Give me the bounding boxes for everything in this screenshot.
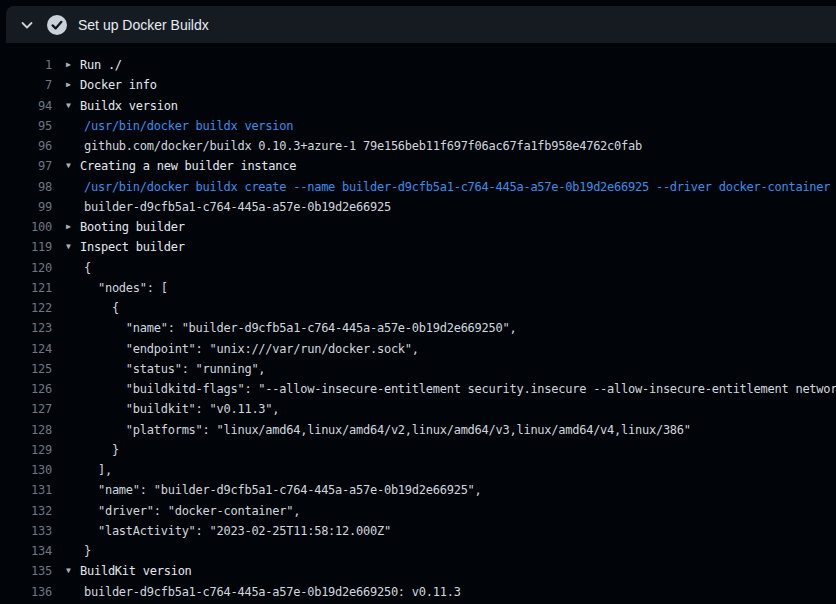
log-command-text: /usr/bin/docker buildx create --name bui… [84, 180, 830, 194]
log-line[interactable]: 135▼BuildKit version [0, 561, 836, 581]
log-line[interactable]: 94▼Buildx version [0, 96, 836, 116]
log-line: 122 { [0, 298, 836, 318]
log-line: 127 "buildkit": "v0.11.3", [0, 399, 836, 419]
log-output-text: "nodes": [ [84, 281, 168, 295]
log-output-text: "buildkit": "v0.11.3", [84, 402, 279, 416]
log-line: 131 "name": "builder-d9cfb5a1-c764-445a-… [0, 480, 836, 500]
log-output-text: { [84, 261, 91, 275]
group-collapsed-arrow-icon[interactable]: ▶ [66, 223, 76, 231]
log-group-label: Booting builder [80, 220, 185, 234]
log-output-text: "buildkitd-flags": "--allow-insecure-ent… [84, 382, 836, 396]
line-number[interactable]: 126 [0, 382, 52, 396]
log-line: 125 "status": "running", [0, 359, 836, 379]
line-number[interactable]: 100 [0, 220, 52, 234]
log-group-toggle[interactable]: ▶Run ./ [66, 58, 122, 72]
group-collapsed-arrow-icon[interactable]: ▶ [66, 81, 76, 89]
log-line: 98/usr/bin/docker buildx create --name b… [0, 177, 836, 197]
log-line: 136builder-d9cfb5a1-c764-445a-a57e-0b19d… [0, 582, 836, 602]
log-group-toggle[interactable]: ▼Buildx version [66, 99, 178, 113]
log-group-toggle[interactable]: ▼Inspect builder [66, 240, 185, 254]
line-number[interactable]: 130 [0, 463, 52, 477]
log-line[interactable]: 7▶Docker info [0, 75, 836, 95]
log-output-text: "platforms": "linux/amd64,linux/amd64/v2… [84, 423, 691, 437]
log-command-text: /usr/bin/docker buildx version [84, 119, 293, 133]
log-output-text: "name": "builder-d9cfb5a1-c764-445a-a57e… [84, 321, 516, 335]
log-output-text: builder-d9cfb5a1-c764-445a-a57e-0b19d2e6… [84, 200, 391, 214]
step-title: Set up Docker Buildx [78, 17, 209, 33]
line-number[interactable]: 121 [0, 281, 52, 295]
log-group-label: Buildx version [80, 99, 178, 113]
line-number[interactable]: 125 [0, 362, 52, 376]
step-header[interactable]: Set up Docker Buildx [6, 6, 836, 43]
log-group-label: Creating a new builder instance [80, 159, 296, 173]
log-output-text: ], [84, 463, 112, 477]
group-collapsed-arrow-icon[interactable]: ▶ [66, 61, 76, 69]
line-number[interactable]: 123 [0, 321, 52, 335]
log-line: 128 "platforms": "linux/amd64,linux/amd6… [0, 420, 836, 440]
line-number[interactable]: 119 [0, 240, 52, 254]
log-line: 129 } [0, 440, 836, 460]
line-number[interactable]: 129 [0, 443, 52, 457]
log-group-toggle[interactable]: ▼BuildKit version [66, 564, 192, 578]
group-expanded-arrow-icon[interactable]: ▼ [66, 162, 76, 170]
log-line: 132 "driver": "docker-container", [0, 501, 836, 521]
line-number[interactable]: 120 [0, 261, 52, 275]
log-group-label: Docker info [80, 78, 157, 92]
group-expanded-arrow-icon[interactable]: ▼ [66, 567, 76, 575]
line-number[interactable]: 96 [0, 139, 52, 153]
log-line: 130 ], [0, 460, 836, 480]
line-number[interactable]: 128 [0, 423, 52, 437]
log-line[interactable]: 1▶Run ./ [0, 55, 836, 75]
check-circle-icon [46, 14, 68, 36]
chevron-down-icon[interactable] [20, 18, 34, 32]
log-output-text: } [84, 544, 91, 558]
line-number[interactable]: 133 [0, 524, 52, 538]
log-line[interactable]: 100▶Booting builder [0, 217, 836, 237]
log-line: 124 "endpoint": "unix:///var/run/docker.… [0, 339, 836, 359]
log-output-text: github.com/docker/buildx 0.10.3+azure-1 … [84, 139, 642, 153]
log-output-text: "endpoint": "unix:///var/run/docker.sock… [84, 342, 419, 356]
log-output-text: builder-d9cfb5a1-c764-445a-a57e-0b19d2e6… [84, 585, 461, 599]
log-group-label: Run ./ [80, 58, 122, 72]
line-number[interactable]: 98 [0, 180, 52, 194]
line-number[interactable]: 127 [0, 402, 52, 416]
log-line: 99builder-d9cfb5a1-c764-445a-a57e-0b19d2… [0, 197, 836, 217]
line-number[interactable]: 1 [0, 58, 52, 72]
line-number[interactable]: 97 [0, 159, 52, 173]
log-output-text: { [84, 301, 119, 315]
line-number[interactable]: 122 [0, 301, 52, 315]
line-number[interactable]: 7 [0, 78, 52, 92]
log-line: 121 "nodes": [ [0, 278, 836, 298]
line-number[interactable]: 131 [0, 483, 52, 497]
line-number[interactable]: 135 [0, 564, 52, 578]
log-output-text: "status": "running", [84, 362, 265, 376]
log-output-text: "name": "builder-d9cfb5a1-c764-445a-a57e… [84, 483, 482, 497]
log-group-label: BuildKit version [80, 564, 192, 578]
line-number[interactable]: 94 [0, 99, 52, 113]
log-group-toggle[interactable]: ▶Docker info [66, 78, 157, 92]
line-number[interactable]: 132 [0, 504, 52, 518]
log-lines: 1▶Run ./7▶Docker info94▼Buildx version95… [0, 55, 836, 604]
log-output-text: "driver": "docker-container", [84, 504, 300, 518]
log-line: 96github.com/docker/buildx 0.10.3+azure-… [0, 136, 836, 156]
group-expanded-arrow-icon[interactable]: ▼ [66, 243, 76, 251]
log-line: 120{ [0, 258, 836, 278]
log-line: 134} [0, 541, 836, 561]
line-number[interactable]: 124 [0, 342, 52, 356]
log-output-text: } [84, 443, 119, 457]
log-line[interactable]: 119▼Inspect builder [0, 237, 836, 257]
log-output-text: "lastActivity": "2023-02-25T11:58:12.000… [84, 524, 391, 538]
log-line[interactable]: 97▼Creating a new builder instance [0, 156, 836, 176]
group-expanded-arrow-icon[interactable]: ▼ [66, 102, 76, 110]
log-group-toggle[interactable]: ▶Booting builder [66, 220, 185, 234]
log-group-label: Inspect builder [80, 240, 185, 254]
log-line: 126 "buildkitd-flags": "--allow-insecure… [0, 379, 836, 399]
line-number[interactable]: 136 [0, 585, 52, 599]
line-number[interactable]: 95 [0, 119, 52, 133]
log-group-toggle[interactable]: ▼Creating a new builder instance [66, 159, 296, 173]
line-number[interactable]: 99 [0, 200, 52, 214]
log-line: 95/usr/bin/docker buildx version [0, 116, 836, 136]
log-line: 123 "name": "builder-d9cfb5a1-c764-445a-… [0, 318, 836, 338]
log-line: 133 "lastActivity": "2023-02-25T11:58:12… [0, 521, 836, 541]
line-number[interactable]: 134 [0, 544, 52, 558]
